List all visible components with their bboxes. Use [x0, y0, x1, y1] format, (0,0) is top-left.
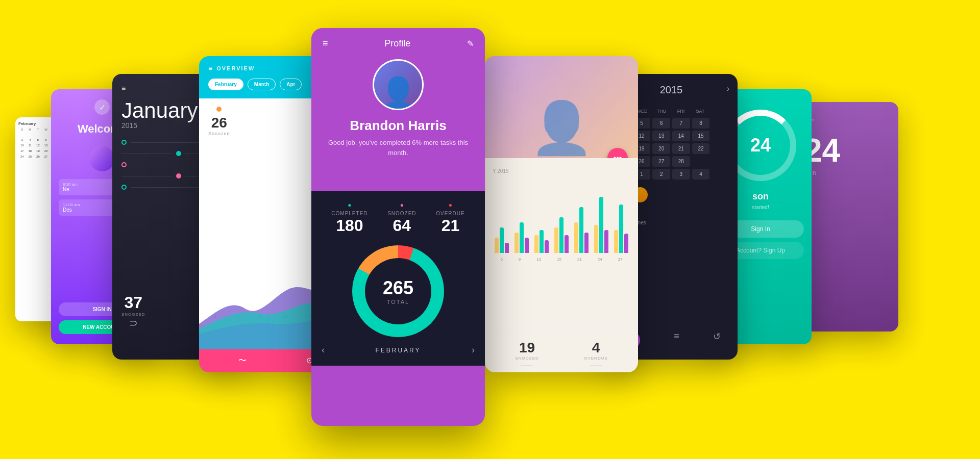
- wave-icon[interactable]: 〜: [238, 355, 247, 366]
- hamburger-icon[interactable]: ≡: [121, 84, 126, 92]
- tab-march[interactable]: March: [248, 79, 276, 90]
- label-text: son: [804, 169, 891, 176]
- overdue-label: OVERDUE: [436, 211, 464, 216]
- donut-chart: 265 TOTAL: [352, 245, 444, 337]
- list-icon[interactable]: ≡: [674, 331, 679, 349]
- total-value: 265: [383, 277, 413, 299]
- snoozed-label: Snoozed: [208, 131, 230, 136]
- completed-stat-label: SNOOZED: [515, 356, 539, 361]
- back-arrow-icon[interactable]: ←: [804, 112, 891, 126]
- year-display: 2015: [660, 84, 683, 96]
- radial-number: 24: [750, 135, 771, 156]
- welcome-avatar: [89, 146, 115, 171]
- completed-dot-icon: ●: [331, 201, 368, 209]
- user-subtitle: Good job, you've completed 6% more tasks…: [311, 138, 485, 158]
- profile-bottom: ● COMPLETED 180 ● SNOOZED 64 ● OVERDUE 2…: [311, 191, 485, 366]
- showcase-container: February S M T W T F S 1 2 3 4 5 6 7: [0, 0, 980, 459]
- profile-topbar: ≡ Profile ✎: [311, 28, 485, 49]
- menu-icon[interactable]: ≡: [323, 38, 328, 49]
- donut-chart-container: 265 TOTAL: [322, 245, 475, 337]
- hamburger-icon-cyan[interactable]: ≡: [208, 64, 212, 72]
- overdue-value: 4: [584, 340, 608, 356]
- snoozed-stat: ● SNOOZED 64: [387, 201, 416, 235]
- snoozed-num: 37: [121, 293, 145, 312]
- stats-row: ● COMPLETED 180 ● SNOOZED 64 ● OVERDUE 2…: [322, 201, 475, 235]
- screen-profile-center: ≡ Profile ✎ 👤 Brandon Harris Good job, y…: [311, 28, 485, 426]
- snoozed-dot-icon: ●: [387, 201, 416, 209]
- overdue-stat-label: OVERDUE: [584, 356, 608, 361]
- snoozed-value: 64: [387, 216, 416, 235]
- user-avatar: 👤: [373, 59, 424, 110]
- completed-bottom-stat: 19 SNOOZED ———: [515, 340, 539, 367]
- overdue-value: 21: [436, 216, 464, 235]
- user-name: Brandon Harris: [350, 118, 446, 134]
- screen-purple-minimal: ← 24 son: [796, 102, 898, 332]
- snoozed-label: SNOOZED: [387, 211, 416, 216]
- overdue-dot-icon: ●: [436, 201, 464, 209]
- bar-chart: [493, 176, 630, 253]
- total-label: TOTAL: [387, 299, 409, 305]
- overdue-stat: ● OVERDUE 21: [436, 201, 464, 235]
- month-navigation: ‹ FEBRUARY ›: [322, 345, 475, 355]
- snoozed-num: 26: [208, 115, 230, 131]
- completed-value: 19: [515, 340, 539, 356]
- refresh-icon[interactable]: ↺: [713, 331, 721, 349]
- bottom-stats: 19 SNOOZED ——— 4 OVERDUE ———: [485, 334, 638, 372]
- big-number: 24: [804, 132, 891, 169]
- current-month-label: FEBRUARY: [375, 347, 421, 354]
- next-month-button[interactable]: ›: [472, 345, 475, 355]
- chart-date-label: Y 2015: [493, 168, 630, 174]
- x-axis-labels: 6 9 12 15 21 24 27: [493, 257, 630, 262]
- welcome-check-icon: ✓: [94, 99, 110, 115]
- edit-icon[interactable]: ✎: [467, 39, 474, 48]
- profile-title: Profile: [384, 38, 410, 49]
- snoozed-indicator: [216, 107, 222, 112]
- snoozed-label: SNOOZED: [121, 312, 145, 317]
- prev-month-button[interactable]: ‹: [322, 345, 325, 355]
- completed-value: 180: [331, 216, 368, 235]
- screen-stats-chart: ⌕ 👤 ••• Y 2015: [485, 56, 638, 372]
- profile-photo: ⌕ 👤 •••: [485, 56, 638, 158]
- tab-february[interactable]: February: [208, 79, 243, 90]
- bar-chart-area: Y 2015: [485, 158, 638, 334]
- profile-top: ≡ Profile ✎ 👤 Brandon Harris Good job, y…: [311, 28, 485, 191]
- tab-april[interactable]: Apr: [280, 79, 302, 90]
- completed-stat: ● COMPLETED 180: [331, 201, 368, 235]
- next-button[interactable]: ›: [727, 84, 729, 101]
- completed-label: COMPLETED: [331, 211, 368, 216]
- overview-cyan-title: OVERVIEW: [216, 65, 255, 71]
- overdue-bottom-stat: 4 OVERDUE ———: [584, 340, 608, 367]
